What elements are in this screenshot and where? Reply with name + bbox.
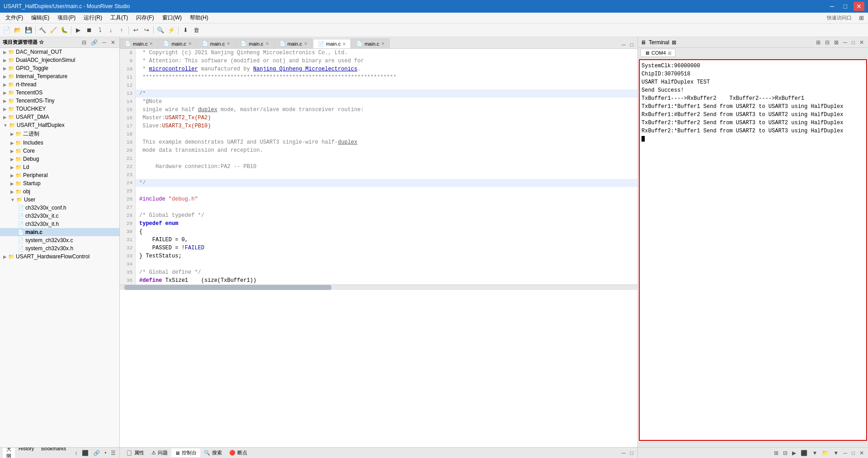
minimize-button[interactable]: ─ — [827, 2, 837, 11]
tree-item-gpio[interactable]: ▶📁GPIO_Toggle — [0, 64, 119, 72]
menu-tools[interactable]: 工具(T) — [107, 13, 132, 23]
toolbar-run[interactable]: ▶ — [73, 25, 83, 35]
tab-close-5[interactable]: ✕ — [342, 42, 346, 47]
tree-item-itemp[interactable]: ▶📁Internal_Temperature — [0, 72, 119, 80]
outline-icon-2[interactable]: ⬛ — [80, 449, 90, 457]
tree-item-ch32v30x_conf[interactable]: 📄ch32v30x_conf.h — [0, 204, 119, 212]
outline-tab-history[interactable]: History — [15, 448, 38, 458]
menu-file[interactable]: 文件(F) — [2, 13, 27, 23]
code-editor[interactable]: 8 * Copyright (c) 2021 Nanjing Qinheng M… — [120, 49, 637, 447]
tree-item-rtthread[interactable]: ▶📁rt-thread — [0, 80, 119, 89]
tree-item-peripheral[interactable]: ▶📁Peripheral — [0, 171, 119, 179]
minimize-editor-icon[interactable]: ─ — [620, 41, 627, 48]
toolbar-flash-download[interactable]: ⬇ — [180, 25, 190, 35]
tree-item-tencentostiny[interactable]: ▶📁TencentOS-Tiny — [0, 97, 119, 105]
rb-icon-1[interactable]: ⊞ — [773, 449, 780, 457]
console-maximize[interactable]: □ — [629, 449, 635, 457]
toolbar-step-into[interactable]: ↓ — [106, 25, 116, 35]
console-tab-props[interactable]: 📋属性 — [123, 449, 148, 457]
tree-item-usarthalfduplex[interactable]: ▼📁USART_HalfDuplex — [0, 121, 119, 129]
rb-maximize[interactable]: □ — [850, 449, 856, 457]
menu-edit[interactable]: 编辑(E) — [28, 13, 53, 23]
rb-minimize[interactable]: ─ — [842, 449, 849, 457]
code-hscrollbar-thumb[interactable] — [124, 285, 331, 290]
tree-item-system_h[interactable]: 📄system_ch32v30x.h — [0, 244, 119, 252]
menu-run[interactable]: 运行(R) — [80, 13, 106, 23]
toolbar-stop[interactable]: ⏹ — [84, 25, 94, 35]
terminal-area[interactable]: SystemClk:96000000ChipID:30700518USART H… — [639, 59, 867, 441]
outline-tab-bookmarks[interactable]: Bookmarks — [38, 448, 70, 458]
com4-close[interactable]: ⊠ — [668, 51, 671, 56]
tab-close-6[interactable]: ✕ — [381, 41, 385, 46]
rb-close[interactable]: ✕ — [858, 449, 865, 457]
outline-icon-1[interactable]: ↕ — [73, 449, 79, 457]
tree-item-ld[interactable]: ▶📁Ld — [0, 163, 119, 171]
tab-close-3[interactable]: ✕ — [265, 41, 269, 46]
tree-item-usartdma[interactable]: ▶📁USART_DMA — [0, 113, 119, 121]
terminal-maximize[interactable]: □ — [850, 39, 856, 46]
rb-icon-6[interactable]: ▼ — [832, 449, 840, 457]
tab-5[interactable]: 📄main.c✕ — [313, 39, 351, 49]
tree-item-binary[interactable]: ▶📁二进制 — [0, 129, 119, 139]
menu-flash[interactable]: 闪存(F) — [132, 13, 157, 23]
code-hscrollbar[interactable] — [120, 285, 637, 290]
menu-window[interactable]: 窗口(W) — [159, 13, 185, 23]
toolbar-debug[interactable]: 🐛 — [59, 25, 69, 35]
tab-2[interactable]: 📄main.c✕ — [197, 38, 235, 48]
tree-item-tencentos[interactable]: ▶📁TencentOS — [0, 89, 119, 97]
maximize-button[interactable]: □ — [841, 2, 850, 11]
tree-item-dualadc[interactable]: ▶📁DualADC_InjectionSimul — [0, 56, 119, 64]
toolbar-step-return[interactable]: ↑ — [117, 25, 127, 35]
console-tab-breakpoints[interactable]: 🔴断点 — [226, 449, 251, 457]
terminal-icon-1[interactable]: ⊞ — [815, 39, 822, 46]
tree-item-core[interactable]: ▶📁Core — [0, 147, 119, 155]
menu-project[interactable]: 项目(P) — [54, 13, 79, 23]
toolbar-open[interactable]: 📂 — [13, 25, 23, 35]
tab-1[interactable]: 📄main.c✕ — [158, 38, 196, 48]
outline-icon-4[interactable]: • — [103, 449, 108, 457]
tab-0[interactable]: 📄main.c✕ — [120, 38, 158, 48]
terminal-icon-2[interactable]: ⊟ — [824, 39, 831, 46]
tree-item-obj[interactable]: ▶📁obj — [0, 187, 119, 196]
com4-tab[interactable]: 🖥 COM4 ⊠ — [641, 49, 675, 57]
toolbar-undo[interactable]: ↩ — [131, 25, 141, 35]
toolbar-ref[interactable]: ⚡ — [166, 25, 176, 35]
toolbar-redo[interactable]: ↪ — [142, 25, 151, 35]
rb-icon-dropdown[interactable]: ▼ — [811, 449, 819, 457]
toolbar-build[interactable]: 🔨 — [38, 25, 47, 35]
rb-icon-4[interactable]: ⬛ — [799, 449, 809, 457]
quick-access-icon[interactable]: ⊞ — [856, 13, 866, 23]
tree-item-main_c[interactable]: 📄main.c — [0, 228, 119, 236]
console-tab-search[interactable]: 🔍搜索 — [200, 449, 226, 457]
terminal-minimize[interactable]: ─ — [842, 39, 849, 46]
tree-item-ch32v30x_it_c[interactable]: 📄ch32v30x_it.c — [0, 212, 119, 220]
tree-item-system_c[interactable]: 📄system_ch32v30x.c — [0, 236, 119, 244]
tab-3[interactable]: 📄main.c✕ — [236, 38, 274, 48]
rb-icon-2[interactable]: ⊟ — [782, 449, 789, 457]
toolbar-search[interactable]: 🔍 — [156, 25, 165, 35]
toolbar-step-over[interactable]: ⤵ — [95, 25, 105, 35]
tab-6[interactable]: 📄main.c✕ — [351, 38, 389, 48]
terminal-icon-3[interactable]: ⊠ — [833, 39, 840, 46]
tree-item-startup[interactable]: ▶📁Startup — [0, 179, 119, 187]
tab-4[interactable]: 📄main.c✕ — [274, 38, 312, 48]
tree-item-ch32v30x_it_h[interactable]: 📄ch32v30x_it.h — [0, 220, 119, 228]
outline-tab-outline[interactable]: 大纲 — [3, 448, 15, 458]
console-tab-issues[interactable]: ⚠问题 — [148, 449, 171, 457]
close-button[interactable]: ✕ — [854, 2, 864, 11]
terminal-close[interactable]: ✕ — [858, 39, 865, 46]
maximize-editor-icon[interactable]: □ — [629, 41, 635, 48]
rb-icon-3[interactable]: ▶ — [791, 449, 797, 457]
rb-icon-5[interactable]: 📁 — [821, 449, 830, 457]
outline-icon-3[interactable]: 🔗 — [92, 449, 101, 457]
menu-help[interactable]: 帮助(H) — [186, 13, 212, 23]
tree-item-includes[interactable]: ▶📁Includes — [0, 139, 119, 147]
tab-close-1[interactable]: ✕ — [188, 41, 192, 46]
console-tab-console[interactable]: 🖥控制台 — [171, 449, 200, 457]
close-panel-icon[interactable]: ✕ — [109, 39, 117, 46]
toolbar-flash-erase[interactable]: 🗑 — [191, 25, 201, 35]
link-editor-icon[interactable]: 🔗 — [90, 39, 99, 46]
toolbar-save[interactable]: 💾 — [24, 25, 33, 35]
terminal-hscrollbar[interactable] — [638, 442, 868, 447]
minimize-panel-icon[interactable]: ─ — [101, 39, 108, 46]
